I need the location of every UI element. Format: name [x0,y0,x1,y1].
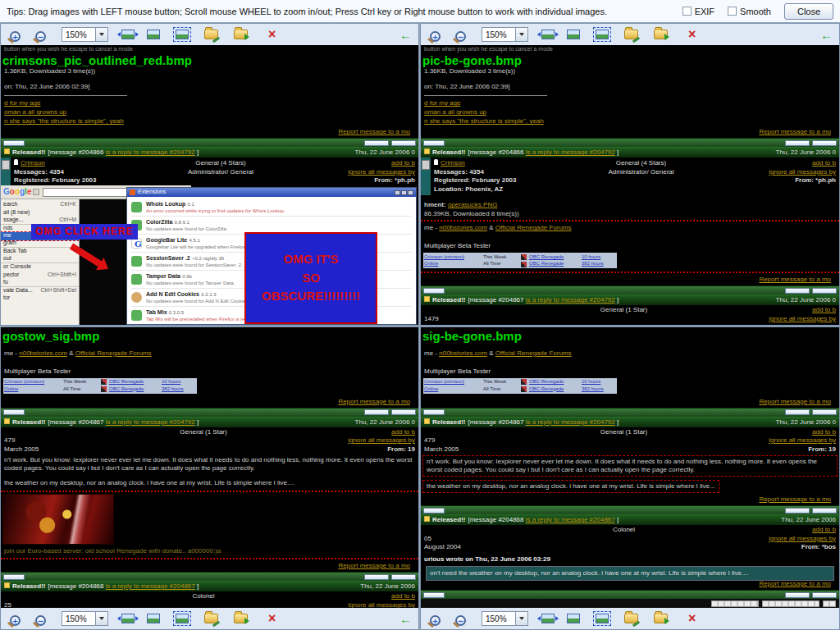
prev-image-icon[interactable]: ← [820,28,833,42]
footer-button[interactable] [711,600,759,607]
smooth-checkbox[interactable] [728,7,737,16]
n00bstories-link[interactable]: n00bstories.com [19,349,67,357]
image-bottom-right[interactable]: sig-be-gone.bmp me - n00bstories.com & O… [421,327,839,608]
zoom-dropdown-arrow-icon[interactable] [95,28,107,41]
renegade-forums-link[interactable]: Official Renegade Forums [495,224,572,231]
actual-size-icon[interactable] [147,614,160,623]
reply-link[interactable]: is a reply to message #204867 [106,582,195,590]
post-toolbar-button[interactable] [785,592,810,598]
zoom-out-icon[interactable]: − [453,612,468,626]
fit-to-window-icon[interactable] [541,614,555,623]
prev-image-icon[interactable]: ← [399,612,412,626]
post-toolbar-button[interactable] [812,288,837,294]
extensions-window-titlebar[interactable]: Extensions [127,188,416,197]
quoted-link[interactable]: n she says "the structure is simple", ye… [424,117,544,126]
footer-button[interactable] [762,600,819,607]
reply-link[interactable]: is a reply to message #204792 [106,418,195,426]
close-image-icon[interactable]: × [268,612,276,625]
report-link[interactable]: Report message to a mo [759,128,831,135]
edit-image-icon[interactable] [204,30,218,39]
save-image-icon[interactable] [234,30,248,39]
zoom-in-icon[interactable]: + [7,612,22,626]
zoom-out-icon[interactable]: − [33,28,48,42]
post-toolbar-button[interactable] [3,409,25,415]
exif-checkbox-group[interactable]: EXIF [682,7,714,16]
smooth-checkbox-group[interactable]: Smooth [728,7,771,16]
n00bstories-link[interactable]: n00bstories.com [439,349,487,357]
quoted-link[interactable]: oman a all growns up [424,108,486,116]
fit-to-screen-icon[interactable] [176,614,189,623]
menu-item[interactable]: tor [1,294,79,303]
post-toolbar-button[interactable] [364,409,389,415]
fit-to-screen-icon[interactable] [176,30,189,39]
quoted-link[interactable]: n she says "the structure is simple", ye… [4,117,124,126]
reply-link[interactable]: is a reply to message #204867 [526,516,615,523]
google-dropdown-icon[interactable] [33,189,39,195]
reply-link[interactable]: is a reply to message #204792 [106,148,195,156]
menu-item[interactable]: pector Ctrl+Shift+I [1,272,79,280]
post-toolbar-button[interactable] [785,508,810,514]
post-toolbar-button[interactable] [785,140,810,146]
menu-item[interactable]: earch Ctrl+K [1,201,79,209]
quoted-link[interactable]: oman a all growns up [4,108,66,116]
post-toolbar-button[interactable] [423,409,445,415]
add-to-buddy-link[interactable]: add to b [280,428,415,437]
username-link[interactable]: Crimson [441,159,465,167]
menu-item[interactable]: gram [1,240,79,249]
save-image-icon[interactable] [654,614,668,623]
zoom-out-icon[interactable]: − [33,612,48,626]
ignore-link[interactable]: ignore all messages by [713,168,836,177]
menu-item[interactable]: Back Tab [1,248,79,256]
add-to-buddy-link[interactable]: add to b [280,592,415,601]
menu-item[interactable]: ail (8 new) [1,209,79,217]
add-to-buddy-link[interactable]: add to b [701,306,836,315]
ignore-link[interactable]: ignore all messages by [701,535,836,544]
close-button[interactable]: Close [784,3,833,20]
report-link[interactable]: Report message to a mo [338,562,410,569]
fit-to-window-icon[interactable] [121,614,135,623]
zoom-dropdown-arrow-icon[interactable] [95,612,107,625]
post-toolbar-button[interactable] [364,574,389,580]
post-toolbar-button[interactable] [423,288,445,294]
close-image-icon[interactable]: × [688,28,696,41]
post-toolbar-button[interactable] [423,140,445,146]
add-to-buddy-link[interactable]: add to b [713,159,836,168]
post-toolbar-button[interactable] [3,574,25,580]
attachment-link[interactable]: operasucks.PNG [448,201,497,208]
n00bstories-link[interactable]: n00bstories.com [439,224,487,231]
zoom-in-icon[interactable]: + [7,28,22,42]
zoom-dropdown-arrow-icon[interactable] [515,612,527,625]
image-top-right[interactable]: button when you wish he escape to cancel… [421,45,839,325]
menu-item[interactable]: vate Data... Ctrl+Shift+Del [1,287,79,295]
ignore-link[interactable]: ignore all messages by [701,436,836,445]
post-toolbar-button[interactable] [785,409,810,415]
username-link[interactable]: Crimson [21,159,45,167]
post-toolbar-button[interactable] [423,508,445,514]
actual-size-icon[interactable] [147,30,160,39]
add-to-buddy-link[interactable]: add to b [701,526,836,535]
prev-image-icon[interactable]: ← [399,28,412,42]
close-image-icon[interactable]: × [688,612,696,625]
menu-item[interactable]: or Console [1,263,79,272]
minimize-icon[interactable] [395,190,400,195]
ignore-link[interactable]: ignore all messages by [292,168,415,177]
save-image-icon[interactable] [234,614,248,623]
edit-image-icon[interactable] [624,30,638,39]
footer-button[interactable] [823,600,836,607]
fit-to-screen-icon[interactable] [596,614,609,623]
edit-image-icon[interactable] [204,614,218,623]
zoom-out-icon[interactable]: − [453,28,468,42]
zoom-in-icon[interactable]: + [427,28,442,42]
fit-to-window-icon[interactable] [121,30,135,39]
reply-link[interactable]: is a reply to message #204792 [526,296,615,304]
add-to-buddy-link[interactable]: add to b [292,159,415,168]
report-link[interactable]: Report message to a mo [759,398,831,405]
post-toolbar-button[interactable] [391,409,416,415]
post-toolbar-button[interactable] [3,140,25,146]
zoom-in-icon[interactable]: + [427,612,442,626]
close-image-icon[interactable]: × [268,28,276,41]
exif-checkbox[interactable] [682,7,692,16]
ignore-link[interactable]: ignore all messages by [280,601,415,609]
zoom-level-select[interactable]: 150% [62,27,108,42]
post-toolbar-button[interactable] [812,140,837,146]
